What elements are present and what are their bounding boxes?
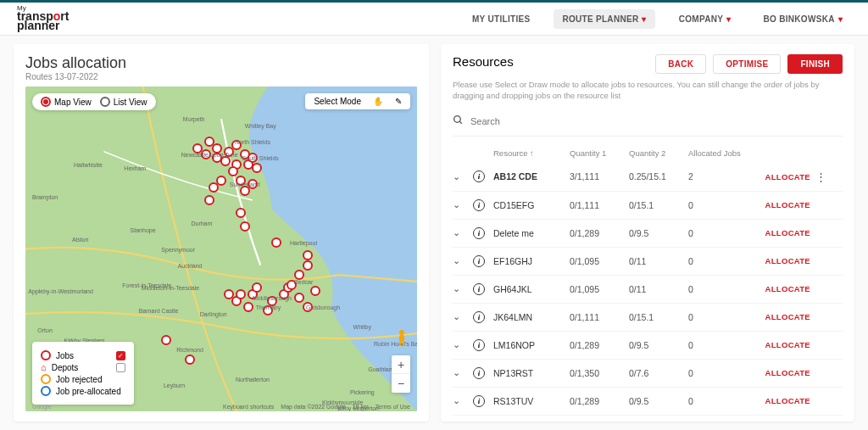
place-label: Sunderland: [230, 181, 260, 187]
expand-toggle[interactable]: ⌄: [453, 171, 473, 182]
place-label: Brampton: [32, 194, 58, 200]
map-view-radio[interactable]: Map View: [41, 97, 92, 107]
allocated-count: 0: [688, 228, 756, 238]
table-row[interactable]: ⌄iLM16NOP0/1,2890/9.50ALLOCATE: [453, 332, 843, 360]
chevron-down-icon: ▾: [838, 14, 843, 24]
expand-toggle[interactable]: ⌄: [453, 227, 473, 238]
svg-line-6: [459, 121, 462, 124]
allocate-button[interactable]: ALLOCATE: [756, 340, 815, 349]
table-row[interactable]: ⌄iGH64JKL0/1,0950/110ALLOCATE: [453, 276, 843, 304]
info-icon[interactable]: i: [473, 283, 493, 295]
info-icon[interactable]: i: [473, 395, 493, 407]
allocate-button[interactable]: ALLOCATE: [756, 172, 815, 181]
sort-up-icon: ↑: [530, 148, 534, 158]
resources-hint: Please use Select or Draw mode to alloca…: [453, 79, 843, 102]
table-body[interactable]: ⌄iAB12 CDE3/1,1110.25/15.12ALLOCATE⋮⌄iCD…: [453, 163, 843, 416]
nav-user[interactable]: BO BINKOWSKA ▾: [755, 9, 851, 29]
info-icon[interactable]: i: [473, 255, 493, 267]
quantity-2: 0/7.6: [629, 368, 688, 378]
depots-checkbox[interactable]: [116, 363, 125, 372]
mode-bar: Select Mode ✋ ✎: [305, 93, 410, 109]
map-footer: Keyboard shortcuts Map data ©2022 Google…: [223, 404, 410, 410]
info-icon[interactable]: i: [473, 367, 493, 379]
place-label: Morpeth: [183, 116, 205, 122]
search-icon: [453, 114, 464, 129]
nav-company[interactable]: COMPANY ▾: [670, 9, 740, 29]
place-label: Durham: [191, 220, 212, 226]
svg-rect-4: [403, 342, 404, 346]
expand-toggle[interactable]: ⌄: [453, 367, 473, 378]
table-row[interactable]: ⌄iDelete me0/1,2890/9.50ALLOCATE: [453, 220, 843, 248]
nav-utilities[interactable]: MY UTILITIES: [464, 9, 538, 29]
pegman-icon[interactable]: [395, 329, 409, 350]
allocate-button[interactable]: ALLOCATE: [756, 368, 815, 377]
expand-toggle[interactable]: ⌄: [453, 395, 473, 406]
map-attribution: Google: [32, 404, 52, 410]
allocated-count: 0: [688, 340, 756, 350]
table-row[interactable]: ⌄iNP13RST0/1,3500/7.60ALLOCATE: [453, 360, 843, 388]
col-resource[interactable]: Resource ↑: [493, 148, 570, 158]
info-icon[interactable]: i: [473, 199, 493, 211]
allocate-button[interactable]: ALLOCATE: [756, 256, 815, 265]
info-icon[interactable]: i: [473, 170, 493, 182]
expand-toggle[interactable]: ⌄: [453, 311, 473, 322]
info-icon[interactable]: i: [473, 227, 493, 239]
rejected-marker-icon: [41, 374, 51, 384]
allocate-button[interactable]: ALLOCATE: [756, 200, 815, 209]
allocate-button[interactable]: ALLOCATE: [756, 312, 815, 321]
nav-route-planner[interactable]: ROUTE PLANNER ▾: [554, 9, 654, 29]
table-row[interactable]: ⌄iJK64LMN0/1,1110/15.10ALLOCATE: [453, 304, 843, 332]
allocate-button[interactable]: ALLOCATE: [756, 284, 815, 293]
col-allocated[interactable]: Allocated Jobs: [688, 148, 756, 158]
map-shortcuts[interactable]: Keyboard shortcuts: [223, 404, 274, 410]
search-input[interactable]: [470, 116, 843, 126]
map-terms[interactable]: Terms of Use: [376, 404, 410, 410]
allocated-count: 0: [688, 200, 756, 210]
allocate-button[interactable]: ALLOCATE: [756, 396, 815, 405]
expand-toggle[interactable]: ⌄: [453, 339, 473, 350]
table-row[interactable]: ⌄iAB12 CDE3/1,1110.25/15.12ALLOCATE⋮: [453, 163, 843, 192]
col-quantity1[interactable]: Quantity 1: [570, 148, 629, 158]
expand-toggle[interactable]: ⌄: [453, 199, 473, 210]
expand-toggle[interactable]: ⌄: [453, 283, 473, 294]
back-button[interactable]: BACK: [655, 54, 706, 74]
resource-name: NP13RST: [493, 368, 570, 378]
zoom-in-button[interactable]: +: [392, 355, 410, 374]
table-row[interactable]: ⌄iRS13TUV0/1,2890/9.50ALLOCATE: [453, 388, 843, 416]
map-data: Map data ©2022 Google: [281, 404, 345, 410]
table-row[interactable]: ⌄iCD15EFG0/1,1110/15.10ALLOCATE: [453, 192, 843, 220]
legend-rejected-label: Job rejected: [56, 375, 102, 384]
prealloc-marker-icon: [41, 386, 51, 396]
depot-icon: ⌂: [41, 362, 47, 372]
table-row[interactable]: ⌄iEF16GHJ0/1,0950/110ALLOCATE: [453, 248, 843, 276]
info-icon[interactable]: i: [473, 311, 493, 323]
quantity-1: 0/1,289: [570, 396, 629, 406]
zoom-out-button[interactable]: −: [392, 374, 410, 393]
map-legend: Jobs ✓ ⌂ Depots Job rejected: [32, 342, 134, 405]
nav-company-label: COMPANY: [679, 14, 723, 24]
pencil-icon[interactable]: ✎: [395, 97, 402, 106]
optimise-button[interactable]: OPTIMISE: [713, 54, 781, 74]
logo[interactable]: My transport planner: [17, 6, 69, 32]
info-icon[interactable]: i: [473, 339, 493, 351]
col-quantity2[interactable]: Quantity 2: [629, 148, 688, 158]
allocated-count: 0: [688, 256, 756, 266]
list-view-radio[interactable]: List View: [100, 97, 147, 107]
place-label: Hexham: [124, 165, 146, 170]
more-menu[interactable]: ⋮: [815, 170, 826, 183]
pan-hand-icon[interactable]: ✋: [373, 97, 383, 106]
resources-title: Resources: [453, 54, 514, 69]
place-label: Alston: [72, 237, 88, 243]
allocated-count: 0: [688, 396, 756, 406]
expand-toggle[interactable]: ⌄: [453, 255, 473, 266]
allocate-button[interactable]: ALLOCATE: [756, 228, 815, 237]
resource-name: GH64JKL: [493, 284, 570, 294]
finish-button[interactable]: FINISH: [787, 54, 843, 74]
map-scale: 10 km: [353, 404, 369, 410]
resources-panel: Resources BACK OPTIMISE FINISH Please us…: [441, 44, 854, 422]
place-label: Stanhope: [131, 226, 156, 232]
map-container[interactable]: Map View List View Select Mode ✋ ✎ Jobs: [25, 87, 417, 411]
jobs-checkbox[interactable]: ✓: [116, 351, 125, 360]
place-label: Auckland: [178, 262, 203, 268]
main: Jobs allocation Routes 13-07-2022 Map Vi…: [0, 36, 868, 430]
